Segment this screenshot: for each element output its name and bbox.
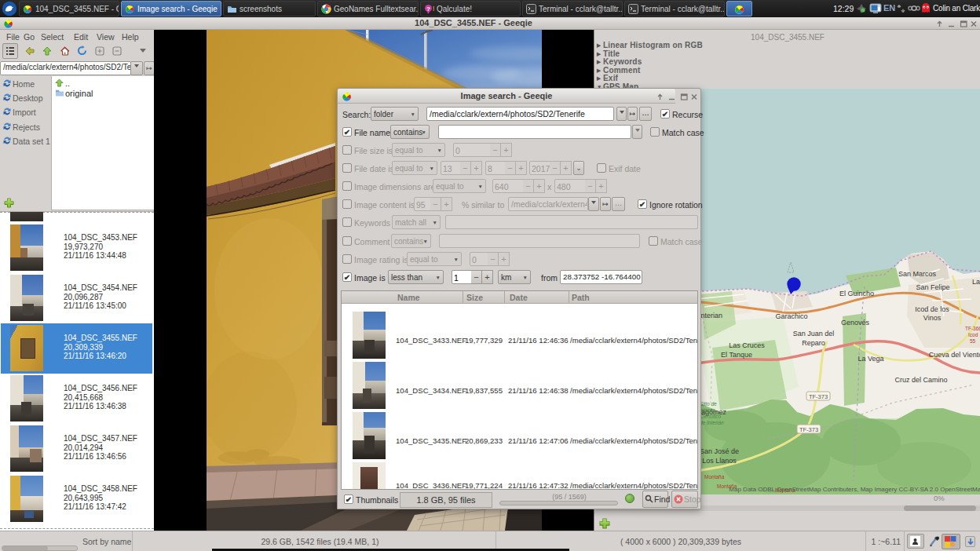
svg-text:San Felipe: San Felipe bbox=[916, 283, 949, 291]
svg-text:Las Cruces: Las Cruces bbox=[729, 341, 765, 349]
svg-text:Vinos: Vinos bbox=[923, 314, 942, 322]
svg-text:Los Llanos: Los Llanos bbox=[702, 457, 737, 465]
svg-text:Reparo: Reparo bbox=[802, 339, 825, 347]
svg-text:Montaña: Montaña bbox=[704, 474, 725, 480]
svg-text:El Guincho: El Guincho bbox=[839, 290, 874, 297]
svg-text:Genovés: Genovés bbox=[841, 319, 870, 327]
svg-text:?: ? bbox=[426, 5, 430, 13]
svg-text:Cruz del Camino: Cruz del Camino bbox=[894, 376, 947, 384]
svg-text:Cueva del Viento: Cueva del Viento bbox=[929, 351, 980, 359]
svg-text:Interés: Interés bbox=[700, 407, 716, 413]
svg-text:El Tanque: El Tanque bbox=[721, 351, 752, 359]
svg-text:San José de: San José de bbox=[700, 447, 739, 455]
svg-text:Interian: Interian bbox=[699, 312, 722, 319]
svg-text:La Vega: La Vega bbox=[858, 355, 883, 363]
svg-text:La: La bbox=[972, 278, 980, 286]
svg-text:TF-366: TF-366 bbox=[965, 326, 980, 331]
svg-text:Icod de los: Icod de los bbox=[915, 305, 949, 313]
svg-text:Garachico: Garachico bbox=[775, 312, 807, 320]
svg-text:de Interián: de Interián bbox=[700, 420, 724, 425]
svg-text:Icod: Icod bbox=[968, 332, 978, 338]
svg-text:San Juan del: San Juan del bbox=[793, 330, 835, 338]
svg-text:55: 55 bbox=[970, 338, 976, 344]
svg-text:Map Data ODBL OpenStreetMap Co: Map Data ODBL OpenStreetMap Contributers… bbox=[729, 486, 980, 493]
svg-text:TF-373: TF-373 bbox=[809, 393, 828, 400]
svg-text:Científico: Científico bbox=[700, 414, 721, 419]
svg-text:Sitio de: Sitio de bbox=[700, 401, 717, 407]
svg-text:San Marcos: San Marcos bbox=[898, 270, 937, 278]
svg-text:TF-373: TF-373 bbox=[799, 426, 818, 433]
svg-text:!: ! bbox=[433, 5, 434, 13]
